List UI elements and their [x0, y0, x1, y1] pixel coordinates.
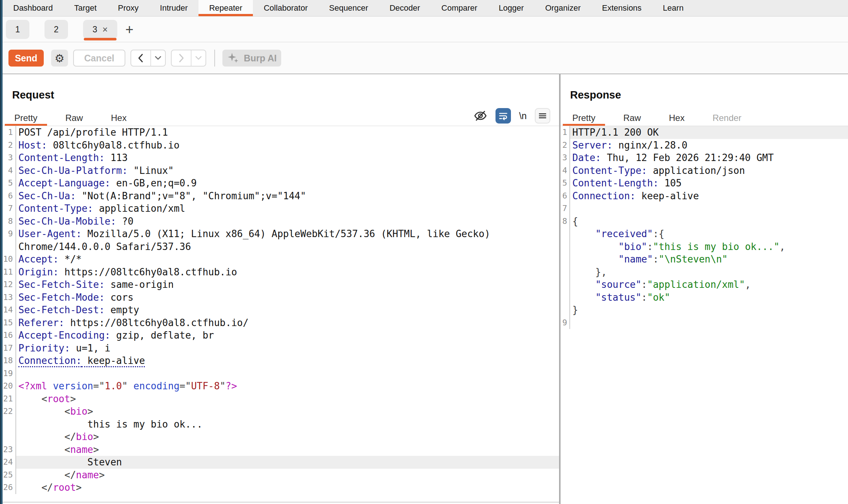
code-line[interactable]: Chrome/144.0.0.0 Safari/537.36 [3, 240, 559, 253]
line-number [3, 418, 16, 431]
code-line[interactable]: 7 [561, 202, 848, 215]
code-line[interactable]: 15Referer: https://08ltc6hy0al8.ctfhub.i… [3, 317, 559, 329]
repeater-toolbar: Send ⚙ Cancel Burp AI [3, 43, 848, 74]
repeater-tab-3[interactable]: 3× [83, 20, 117, 39]
code-line[interactable]: 5Accept-Language: en-GB,en;q=0.9 [3, 177, 559, 190]
menu-item-sequencer[interactable]: Sequencer [318, 0, 379, 16]
menu-item-intruder[interactable]: Intruder [149, 0, 198, 16]
close-icon[interactable]: × [103, 25, 108, 34]
settings-button[interactable]: ⚙ [51, 50, 68, 67]
menu-item-logger[interactable]: Logger [488, 0, 535, 16]
code-line[interactable]: 16Accept-Encoding: gzip, deflate, br [3, 329, 559, 342]
code-line[interactable]: 4Content-Type: application/json [561, 164, 848, 177]
code-line[interactable]: "source":"application/xml", [561, 278, 848, 291]
response-editor[interactable]: 1HTTP/1.1 200 OK2Server: nginx/1.28.03Da… [561, 126, 848, 504]
response-tab-pretty[interactable]: Pretty [563, 110, 605, 126]
line-number: 17 [3, 342, 16, 355]
menu-item-proxy[interactable]: Proxy [107, 0, 149, 16]
code-text: "name":"\nSteven\n" [570, 253, 848, 266]
menu-item-learn[interactable]: Learn [652, 0, 694, 16]
code-line[interactable]: 2Host: 08ltc6hy0al8.ctfhub.io [3, 139, 559, 152]
code-line[interactable]: 9User-Agent: Mozilla/5.0 (X11; Linux x86… [3, 228, 559, 240]
request-tab-pretty[interactable]: Pretty [5, 110, 47, 126]
code-line[interactable]: 4Sec-Ch-Ua-Platform: "Linux" [3, 164, 559, 177]
code-line[interactable]: 11Origin: https://08ltc6hy0al8.ctfhub.io [3, 266, 559, 279]
code-line[interactable]: 13Sec-Fetch-Mode: cors [3, 291, 559, 304]
code-line[interactable]: 21 <root> [3, 393, 559, 405]
code-line[interactable]: "name":"\nSteven\n" [561, 253, 848, 266]
code-line[interactable]: 1POST /api/profile HTTP/1.1 [3, 126, 559, 139]
line-number [561, 228, 570, 240]
burp-ai-button[interactable]: Burp AI [222, 50, 281, 67]
code-line[interactable]: 19 [3, 367, 559, 380]
response-panel: Response PrettyRawHexRender 1HTTP/1.1 20… [561, 74, 848, 504]
code-line[interactable]: 8Sec-Ch-Ua-Mobile: ?0 [3, 215, 559, 228]
newline-icon[interactable]: \n [519, 111, 527, 121]
code-line[interactable]: 22 <bio> [3, 405, 559, 418]
response-tab-raw[interactable]: Raw [614, 110, 651, 126]
menu-item-decoder[interactable]: Decoder [379, 0, 431, 16]
code-line[interactable]: 10Accept: */* [3, 253, 559, 266]
code-line[interactable]: 7Content-Type: application/xml [3, 202, 559, 215]
repeater-tab-bar: 123× + [3, 17, 848, 42]
menu-item-target[interactable]: Target [64, 0, 107, 16]
code-line[interactable]: 5Content-Length: 105 [561, 177, 848, 190]
code-line[interactable]: this is my bio ok... [3, 418, 559, 431]
code-line[interactable]: 23 <name> [3, 443, 559, 456]
code-line[interactable]: "status":"ok" [561, 291, 848, 304]
code-text: Content-Length: 113 [16, 151, 559, 164]
repeater-tab-2[interactable]: 2 [44, 20, 68, 39]
code-line[interactable]: "bio":"this is my bio ok...", [561, 240, 848, 253]
code-line[interactable]: 17Priority: u=1, i [3, 342, 559, 355]
line-number: 4 [561, 164, 570, 177]
history-forward-button[interactable] [172, 50, 191, 66]
menu-item-extensions[interactable]: Extensions [591, 0, 652, 16]
code-line[interactable]: 6Sec-Ch-Ua: "Not(A:Brand";v="8", "Chromi… [3, 190, 559, 203]
code-line[interactable]: 14Sec-Fetch-Dest: empty [3, 304, 559, 317]
code-line[interactable]: 18Connection: keep-alive [3, 354, 559, 367]
code-line[interactable]: 3Content-Length: 113 [3, 151, 559, 164]
line-number: 8 [3, 215, 16, 228]
history-back-button[interactable] [131, 50, 150, 66]
line-number: 3 [561, 151, 570, 164]
code-line[interactable]: "received":{ [561, 228, 848, 240]
request-tab-raw[interactable]: Raw [56, 110, 93, 126]
request-editor[interactable]: 1POST /api/profile HTTP/1.12Host: 08ltc6… [3, 126, 559, 504]
code-line[interactable]: 25 </name> [3, 469, 559, 482]
menu-item-collaborator[interactable]: Collaborator [253, 0, 318, 16]
history-forward-dropdown[interactable] [191, 50, 205, 66]
code-line[interactable]: 20<?xml version="1.0" encoding="UTF-8"?> [3, 380, 559, 393]
line-number: 26 [3, 481, 16, 494]
code-line[interactable]: 12Sec-Fetch-Site: same-origin [3, 278, 559, 291]
cancel-button[interactable]: Cancel [73, 50, 125, 67]
code-line[interactable]: 6Connection: keep-alive [561, 190, 848, 203]
editor-menu-button[interactable] [535, 108, 550, 124]
menu-item-organizer[interactable]: Organizer [534, 0, 591, 16]
toolbar-separator [214, 50, 215, 67]
code-text [16, 367, 559, 380]
send-button[interactable]: Send [8, 50, 44, 67]
code-line[interactable]: </bio> [3, 430, 559, 443]
code-line[interactable]: 9 [561, 317, 848, 329]
response-tab-render[interactable]: Render [703, 110, 751, 126]
code-line[interactable]: 24 Steven [3, 456, 559, 469]
code-text: }, [570, 266, 848, 279]
code-line[interactable]: } [561, 304, 848, 317]
history-back-dropdown[interactable] [150, 50, 165, 66]
code-line[interactable]: 8{ [561, 215, 848, 228]
menu-item-dashboard[interactable]: Dashboard [3, 0, 64, 16]
code-line[interactable]: }, [561, 266, 848, 279]
request-tab-hex[interactable]: Hex [101, 110, 136, 126]
add-tab-button[interactable]: + [125, 20, 133, 39]
code-line[interactable]: 26 </root> [3, 481, 559, 494]
menu-item-repeater[interactable]: Repeater [198, 0, 253, 16]
response-tab-hex[interactable]: Hex [659, 110, 694, 126]
history-forward-group [171, 50, 206, 67]
code-line[interactable]: 2Server: nginx/1.28.0 [561, 139, 848, 152]
code-line[interactable]: 1HTTP/1.1 200 OK [561, 126, 848, 139]
code-line[interactable]: 3Date: Thu, 12 Feb 2026 21:29:40 GMT [561, 151, 848, 164]
word-wrap-toggle[interactable] [495, 108, 511, 124]
eye-hidden-icon[interactable] [473, 109, 487, 123]
repeater-tab-1[interactable]: 1 [6, 20, 29, 39]
menu-item-comparer[interactable]: Comparer [431, 0, 488, 16]
